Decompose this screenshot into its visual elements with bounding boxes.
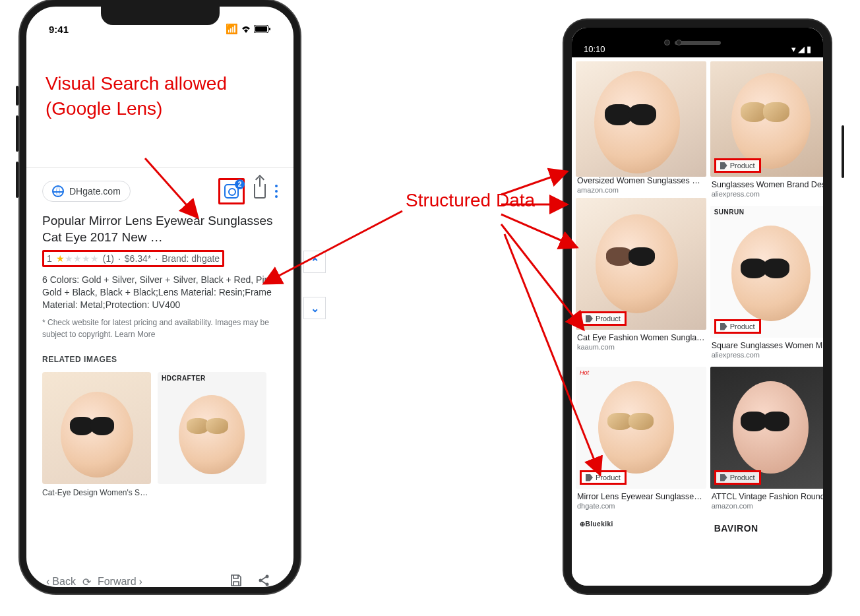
related-image [42,372,151,484]
signal-icon: 📶 [226,23,238,35]
related-card[interactable]: Cat-Eye Design Women's Sungl… [42,372,151,497]
tile-image: Product [710,61,823,177]
share-icon[interactable] [254,184,266,199]
status-time: 9:41 [49,24,69,35]
related-caption: Cat-Eye Design Women's Sungl… [42,484,151,497]
grid-tile[interactable]: ⊕Bluekiki [576,518,706,554]
scroll-down-button[interactable]: ⌄ [303,297,326,319]
related-card[interactable]: HDCRAFTER [158,372,266,497]
globe-icon [52,185,64,197]
chevron-right-icon: › [139,576,142,588]
android-camera [664,40,670,46]
brand-watermark: ⊕Bluekiki [580,520,613,528]
tag-icon [586,474,593,481]
tile-image: BAVIRON [710,518,823,554]
related-header: RELATED IMAGES [42,340,278,372]
disclaimer: * Check website for latest pricing and a… [42,317,278,340]
tile-image: Product [710,367,823,489]
iphone-notch [101,7,220,25]
product-badge: Product [714,319,761,334]
source-domain: DHgate.com [69,186,121,197]
hot-badge: Hot [580,369,589,376]
iphone-power-button [842,125,844,178]
product-badge: Product [580,311,627,326]
chevron-left-icon: ‹ [46,576,49,588]
save-icon[interactable] [230,574,243,590]
tile-domain: aliexpress.com [710,189,823,202]
rating-count: (1) [103,253,114,264]
annotation-structured-data: Structured Data [406,188,535,213]
related-image: HDCRAFTER [158,372,266,484]
iphone-mockup: 9:41 📶 Visual Search allowed (Google Len… [20,0,300,594]
svg-rect-2 [269,28,270,30]
lens-badge: 2 [235,179,245,189]
android-mockup: 10:10 ▾ ◢ ▮ [564,20,831,594]
status-time: 10:10 [584,44,605,54]
wifi-icon: ▾ [791,44,796,54]
grid-tile[interactable]: SUNRUN Product Square Sunglasses Women M… [710,206,823,363]
tag-icon [720,323,727,330]
lens-button[interactable]: 2 [222,182,241,200]
back-button[interactable]: ‹ Back [46,576,76,588]
grid-tile[interactable]: BAVIRON [710,518,823,554]
tile-title: Sunglasses Women Brand Desi… [710,177,823,189]
learn-more-link[interactable]: Learn More [115,330,155,339]
meta-highlight: 1 ★★★★★ (1) · $6.34* · Brand: dhgate [42,250,224,267]
brand-watermark: HDCRAFTER [162,375,206,382]
brand-watermark: BAVIRON [714,523,758,534]
grid-tile[interactable]: Product Sunglasses Women Brand Desi… ali… [710,61,823,202]
price: $6.34* [125,253,151,264]
lens-button-highlight: 2 [218,178,245,204]
tile-image: Hot Product [576,367,706,489]
image-grid: Product Sunglasses Women Brand Desi… ali… [576,61,819,554]
tag-icon [586,315,593,323]
forward-button[interactable]: Forward › [98,576,142,588]
tile-domain: aliexpress.com [710,350,823,363]
brand-watermark: SUNRUN [714,208,745,216]
grid-tile[interactable]: Product ATTCL Vintage Fashion Round … am… [710,367,823,514]
tag-icon [720,162,727,169]
rating-value: 1 [47,253,52,264]
reload-icon: ⟳ [82,576,91,588]
tile-image: SUNRUN Product [710,206,823,338]
signal-icon: ◢ [798,44,805,54]
grid-tile[interactable]: Hot Product Mirror Lens Eyewear Sunglass… [576,367,706,514]
battery-icon [254,24,271,35]
tile-image [576,61,706,177]
tile-image: ⊕Bluekiki [576,518,706,554]
iphone-side-button [16,86,18,106]
grid-tile[interactable]: Oversized Women Sunglasses … amazon.com … [576,173,706,363]
tile-domain: dhgate.com [576,501,706,514]
annotation-lens: Visual Search allowed (Google Lens) [42,35,278,121]
wifi-icon [241,24,251,35]
share-alt-icon[interactable] [257,574,270,590]
tile-title: Cat Eye Fashion Women Sungla… [576,330,706,342]
iphone-volume-down [16,162,18,198]
svg-rect-1 [255,26,267,32]
product-badge: Product [580,470,627,485]
stars: ★★★★★ [56,253,99,264]
tile-domain: kaaum.com [576,342,706,355]
reload-button[interactable]: ⟳ [82,576,91,588]
chevron-down-icon: ⌄ [311,302,319,315]
battery-icon: ▮ [807,44,811,54]
tile-domain: amazon.com [576,185,706,198]
tile-title: Mirror Lens Eyewear Sunglasse… [576,489,706,501]
tag-icon [720,474,727,481]
android-camera [676,40,682,46]
bottom-nav: ‹ Back ⟳ Forward › [46,574,270,590]
product-title[interactable]: Popular Mirror Lens Eyewear Sunglasses C… [42,212,278,250]
product-badge: Product [714,470,761,485]
iphone-volume-up [16,115,18,152]
tile-title: Square Sunglasses Women Mirr… [710,338,823,350]
tile-domain: amazon.com [710,501,823,514]
product-meta: 1 ★★★★★ (1) · $6.34* · Brand: dhgate [42,250,278,267]
related-images: Cat-Eye Design Women's Sungl… HDCRAFTER [42,372,278,497]
tile-title: ATTCL Vintage Fashion Round … [710,489,823,501]
chevron-up-icon: ⌃ [311,256,319,268]
scroll-up-button[interactable]: ⌃ [303,251,326,273]
brand: Brand: dhgate [162,253,220,264]
tile-image: Product [576,198,706,330]
source-chip[interactable]: DHgate.com [42,181,131,202]
more-icon[interactable] [275,185,278,198]
